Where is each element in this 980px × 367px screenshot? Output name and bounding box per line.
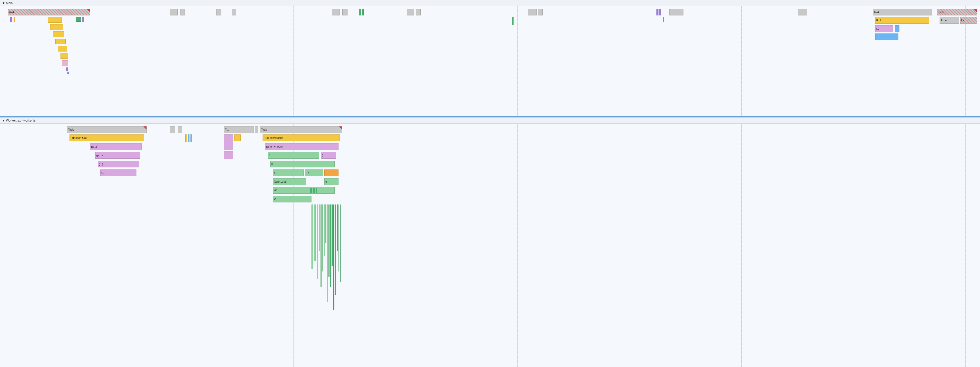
grid-line: [219, 124, 219, 367]
main-section: Task: [0, 6, 980, 117]
main-task-block[interactable]: Task: [8, 9, 90, 16]
worker-lt-block[interactable]: lt: [270, 161, 335, 168]
main-task-block[interactable]: [170, 9, 178, 16]
mini-bar: [312, 204, 313, 269]
worker-z-block[interactable]: z: [273, 169, 304, 176]
worker-as-block[interactable]: (a...s): [90, 143, 142, 150]
worker-task-block-right[interactable]: Task: [260, 126, 342, 133]
mini-bar: [48, 17, 62, 23]
worker-ge-block[interactable]: ge...e: [95, 152, 140, 159]
mini-bar: [11, 17, 12, 22]
main-task-block[interactable]: [669, 9, 684, 16]
mini-bar: [314, 204, 316, 261]
mini-bar: [116, 178, 116, 191]
worker-grid-lines: [0, 124, 980, 367]
mini-bar: [317, 204, 318, 279]
grid-line: [517, 6, 518, 116]
grid-line: [816, 6, 816, 116]
main-task-block[interactable]: [232, 9, 236, 16]
mini-bar: [330, 204, 331, 287]
mini-bar: [62, 60, 68, 66]
mini-bar: [234, 134, 241, 141]
worker-f-block[interactable]: f...: [100, 169, 137, 176]
mini-bar: [255, 126, 258, 133]
mini-bar: [170, 126, 175, 133]
worker-paren-block[interactable]: (...): [98, 161, 139, 168]
main-task-block[interactable]: [528, 9, 537, 16]
main-blue-block[interactable]: [875, 34, 899, 40]
grid-line: [219, 6, 219, 116]
mini-bar: [224, 152, 233, 159]
grid-line: [517, 124, 518, 367]
mini-bar: [320, 204, 322, 287]
grid-line: [443, 6, 443, 116]
grid-line: [293, 124, 294, 367]
main-task-block-right[interactable]: Task: [873, 9, 932, 16]
mini-bar: [325, 204, 326, 243]
mini-bar: [362, 9, 364, 16]
grid-line: [592, 124, 592, 367]
main-task-block[interactable]: [416, 9, 421, 16]
worker-orange-block[interactable]: [325, 169, 339, 176]
main-task-block-hatch[interactable]: Task: [937, 9, 977, 16]
mini-bar: [53, 32, 64, 37]
worker-function-call[interactable]: Function Call: [70, 134, 144, 141]
mini-bar: [333, 204, 334, 310]
timeline-container: ▼ Main Task: [0, 0, 980, 367]
main-task-block[interactable]: [538, 9, 542, 16]
mini-bar: [663, 17, 664, 22]
worker-run-microtasks[interactable]: Run Microtasks: [262, 134, 340, 141]
worker-section-header: ▼ Worker: exif-worker.js: [0, 117, 980, 124]
mini-bar: [337, 204, 338, 251]
grid-line: [443, 124, 443, 367]
mini-bar: [332, 9, 340, 16]
mini-bar: [178, 126, 182, 133]
mini-bar: [67, 72, 69, 73]
worker-anous-block[interactable]: (ano...ous): [273, 178, 306, 185]
mini-bar: [340, 204, 340, 282]
mini-bar: [339, 204, 339, 271]
worker-v-block[interactable]: V: [273, 196, 312, 203]
mini-bar: [191, 134, 192, 142]
mini-bar: [324, 204, 325, 256]
main-section-label: ▼ Main: [2, 1, 13, 5]
main-task-block[interactable]: [798, 9, 807, 16]
main-grid-lines: [0, 6, 980, 116]
mini-bar: [50, 24, 63, 30]
main-last-block[interactable]: La...t: [960, 17, 977, 24]
main-task-block[interactable]: [216, 9, 221, 16]
mini-bar: [76, 17, 81, 22]
grid-line: [891, 124, 891, 367]
worker-t-block[interactable]: T...: [224, 126, 252, 133]
mini-bar: [13, 17, 13, 22]
main-task-block[interactable]: [407, 9, 414, 16]
mini-bar: [60, 53, 68, 59]
grid-line: [293, 6, 294, 116]
main-task-block[interactable]: [180, 9, 185, 16]
worker-task-block-left[interactable]: Task: [67, 126, 147, 133]
mini-bar: [55, 38, 66, 44]
worker-o-block[interactable]: o: [325, 178, 339, 185]
mini-bar: [359, 9, 361, 16]
main-re-block[interactable]: R...e: [940, 17, 959, 24]
mini-bar: [327, 204, 328, 302]
main-fl-block[interactable]: F...l: [875, 17, 929, 24]
worker-anonymous-block[interactable]: (anonymous): [265, 143, 339, 150]
mini-bar: [66, 67, 68, 71]
grid-line: [816, 124, 816, 367]
mini-bar: [14, 17, 15, 22]
grid-line: [592, 6, 592, 116]
main-paren-block[interactable]: (...): [875, 25, 893, 32]
mini-bar: [58, 46, 67, 51]
worker-section-label: ▼ Worker: exif-worker.js: [2, 119, 35, 122]
mini-bar: [250, 126, 253, 133]
mini-bar: [188, 134, 189, 142]
worker-e-block[interactable]: _e: [305, 169, 323, 176]
worker-ft-block[interactable]: ft: [268, 152, 319, 159]
mini-bar: [185, 134, 187, 142]
mini-bar: [342, 9, 347, 16]
mini-bar: [335, 204, 336, 295]
worker-paren-right[interactable]: (...: [321, 152, 336, 159]
mini-bar: [224, 134, 233, 150]
mini-bar: [328, 204, 329, 277]
